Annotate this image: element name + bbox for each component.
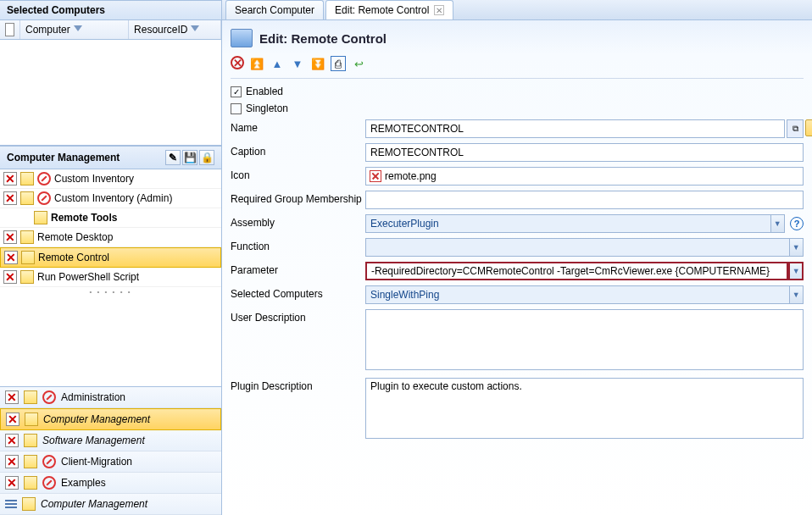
cm-tree: ✕ Custom Inventory ✕ Custom Inventory (A… [0,169,221,386]
move-top-icon[interactable]: ⏫ [249,56,264,71]
move-bottom-icon[interactable]: ⏬ [310,56,325,71]
tabs: Search Computer Edit: Remote Control ✕ [222,0,812,20]
doc-icon [20,172,34,186]
selected-grid-body [0,40,221,145]
delete-icon[interactable]: ✕ [6,413,19,426]
doc-icon [20,230,34,244]
doc-icon [24,434,37,447]
help-icon[interactable]: ? [790,217,804,230]
label-name: Name [231,119,362,134]
tab-close-icon[interactable]: ✕ [434,5,444,15]
broken-image-icon [370,170,381,182]
doc-icon [20,191,34,205]
doc-icon [20,270,34,284]
delete-icon[interactable]: ✕ [3,270,17,284]
return-icon[interactable]: ↩ [351,56,366,71]
cm-title: Computer Management [7,152,120,163]
nav-computer-management-2[interactable]: Computer Management [0,494,221,515]
doc-icon [24,476,37,490]
filter-icon[interactable] [74,25,82,34]
disabled-icon [42,476,56,490]
singleton-checkbox[interactable] [231,103,242,114]
label-udesc: User Description [231,309,362,324]
icon-input[interactable]: remote.png [365,167,804,186]
tree-item-remote-control[interactable]: ✕ Remote Control [0,247,221,268]
move-down-icon[interactable]: ▼ [290,56,305,71]
resize-grip[interactable]: • • • • • • [0,287,221,296]
tab-edit-remote-control[interactable]: Edit: Remote Control ✕ [325,0,453,19]
name-lookup-icon[interactable]: ⧉ [787,119,804,138]
nav-client-migration[interactable]: ✕ Client-Migration [0,451,221,473]
chevron-down-icon[interactable]: ▼ [789,238,804,257]
tree-item-run-powershell[interactable]: ✕ Run PowerShell Script [0,268,221,287]
delete-icon[interactable]: ✕ [3,230,17,244]
delete-icon[interactable]: ✕ [4,251,18,264]
disabled-icon [42,390,56,404]
plugin-description-input[interactable] [365,378,804,439]
delete-icon[interactable]: ✕ [3,191,17,205]
tree-item-remote-desktop[interactable]: ✕ Remote Desktop [0,228,221,247]
list-icon [5,500,17,508]
doc-icon [22,497,36,511]
doc-icon [24,390,37,404]
tree-item-custom-inventory-admin[interactable]: ✕ Custom Inventory (Admin) [0,189,221,208]
selected-grid-header: Computer ResourceID [0,20,221,40]
select-all-checkbox[interactable] [5,23,14,36]
enabled-checkbox[interactable]: ✓ [231,86,242,97]
col-computer[interactable]: Computer [20,20,129,39]
rgm-input[interactable] [365,191,804,209]
window-icon [231,29,253,47]
parameter-input[interactable] [365,262,788,280]
tree-cat-remote-tools[interactable]: Remote Tools [0,208,221,228]
tree-item-custom-inventory[interactable]: ✕ Custom Inventory [0,169,221,189]
doc-icon [24,455,37,468]
chevron-down-icon[interactable]: ▼ [770,214,785,233]
cancel-icon[interactable]: ✕ [231,56,244,69]
label-pdesc: Plugin Description [231,378,362,392]
doc-icon [25,413,38,426]
caption-input[interactable] [365,143,804,162]
function-select[interactable] [365,238,789,257]
chevron-down-icon[interactable]: ▼ [789,285,804,304]
disabled-icon [37,172,51,186]
disabled-icon [37,191,51,205]
delete-icon[interactable]: ✕ [5,455,19,468]
tab-search-computer[interactable]: Search Computer [225,0,324,19]
cm-header: Computer Management ✎ 💾 🔒 [0,146,221,169]
tool-save-icon[interactable]: 💾 [182,150,197,165]
delete-icon[interactable]: ✕ [3,172,17,186]
delete-user-icon[interactable] [805,119,812,136]
assembly-select[interactable] [365,214,770,233]
selected-computers-header: Selected Computers [0,0,221,20]
tool-new-icon[interactable]: ✎ [165,150,181,165]
label-parameter: Parameter [231,262,362,276]
delete-icon[interactable]: ✕ [5,390,19,404]
delete-icon[interactable]: ✕ [5,434,19,447]
user-description-input[interactable] [365,309,804,370]
delete-icon[interactable]: ✕ [5,476,19,490]
move-up-icon[interactable]: ▲ [270,56,285,71]
disabled-icon [42,455,56,468]
label-caption: Caption [231,143,362,158]
toolbar: ✕ ⏫ ▲ ▼ ⏬ ⎙ ↩ [231,54,804,79]
selcomp-select[interactable] [365,285,789,304]
chevron-down-icon[interactable]: ▼ [788,262,804,280]
nav-examples[interactable]: ✕ Examples [0,473,221,494]
folder-icon [34,211,47,224]
nav-software-management[interactable]: ✕ Software Management [0,430,221,451]
name-input[interactable] [365,119,785,138]
enabled-label: Enabled [246,86,283,97]
doc-icon [21,251,35,264]
nav-administration[interactable]: ✕ Administration [0,387,221,408]
selected-computers-title: Selected Computers [7,4,105,16]
label-selcomp: Selected Computers [231,285,362,300]
col-resourceid[interactable]: ResourceID [129,20,221,39]
nav-computer-management[interactable]: ✕ Computer Management [0,408,221,430]
label-icon: Icon [231,167,362,181]
tool-lock-icon[interactable]: 🔒 [199,150,214,165]
singleton-label: Singleton [246,102,288,114]
page-title: Edit: Remote Control [259,31,387,46]
print-icon[interactable]: ⎙ [331,56,346,71]
bottom-nav: ✕ Administration ✕ Computer Management ✕… [0,386,221,515]
filter-icon[interactable] [191,25,199,34]
